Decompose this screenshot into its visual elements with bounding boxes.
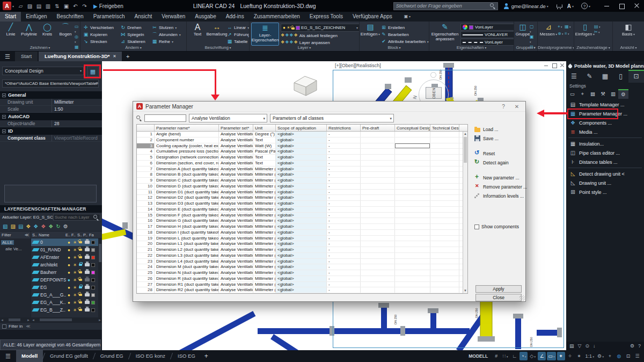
viewport-close-icon[interactable]	[559, 62, 565, 68]
sun-icon[interactable]: ☀	[72, 285, 78, 290]
color-swatch[interactable]	[91, 271, 95, 274]
restore-button[interactable]	[614, 0, 629, 12]
section-general[interactable]: General	[0, 91, 102, 99]
model-space-label[interactable]: MODELL	[465, 353, 492, 359]
quick-properties-icon[interactable]: ◍	[615, 352, 623, 360]
help-icon[interactable]: ?	[581, 3, 588, 9]
parameter-row[interactable]: 4Cumulative pressure loss (section part)…	[137, 149, 467, 155]
new-group-icon[interactable]: ▨	[10, 222, 15, 231]
layout-tab-grund-eg[interactable]: Grund EG	[95, 350, 129, 362]
detect-again-button[interactable]: Detect again	[474, 158, 525, 166]
components-item[interactable]: ❖Components ...	[566, 118, 644, 127]
filter-invert-checkbox[interactable]	[2, 324, 6, 329]
user-account[interactable]: gme@linear.de	[511, 3, 546, 9]
dialog-close-icon[interactable]: ✕	[511, 104, 522, 110]
verschieben-button[interactable]: ✛Verschieben	[83, 24, 116, 31]
parameter-row[interactable]: 10Dimension D (duct quantity takeoff)Ana…	[137, 184, 467, 190]
parameter-row[interactable]: 16Dimension G (duct quantity takeoff)Ana…	[137, 218, 467, 224]
document-tab-icon[interactable]: ▯	[613, 70, 628, 83]
store-cart-icon[interactable]	[556, 4, 562, 9]
annotation-autoscale-icon[interactable]: ✧	[566, 352, 574, 360]
parameter-row[interactable]: 26Dimension R (duct quantity takeoff)Ana…	[137, 276, 467, 282]
calculator-icon[interactable]: ▦	[565, 24, 571, 30]
menu-tab-ausgabe[interactable]: Ausgabe	[190, 12, 221, 21]
group-label-layer[interactable]: Layer	[250, 45, 359, 51]
remove-parameter-button[interactable]: Remove parameter ...	[474, 183, 525, 191]
save-button[interactable]: Save ...	[474, 134, 525, 142]
file-tab-document[interactable]: Lueftung Konstruktion-3D* ✕	[39, 52, 122, 61]
filter-hscrollbar[interactable]: ◄►	[0, 317, 31, 322]
menu-tab-icon[interactable]: ☰	[566, 70, 582, 83]
parameter-row[interactable]: 7Dimension A (duct quantity takeoff)Anal…	[137, 166, 467, 172]
lock-icon[interactable]	[79, 271, 82, 273]
annotation-scale-icon[interactable]: ✶	[575, 352, 583, 360]
printer-icon[interactable]	[85, 293, 90, 296]
cut-clip-icon[interactable]: ✂	[594, 30, 600, 34]
filter-tree-root[interactable]: ALLE	[1, 240, 30, 245]
view-cube-top-face[interactable]: OBEN	[426, 87, 442, 99]
app-logo[interactable]: A	[3, 2, 11, 10]
layout-tab-modell[interactable]: Modell	[16, 350, 43, 362]
wrench-tool-icon[interactable]: ⚒	[598, 89, 608, 99]
bearbeiten-button[interactable]: ✎Bearbeiten	[381, 31, 429, 38]
menu-tab-ansicht[interactable]: Ansicht	[130, 12, 157, 21]
object-snap-tracking-icon[interactable]: ∠	[538, 352, 546, 360]
sun-icon[interactable]: ☀	[72, 308, 78, 313]
lock-icon[interactable]	[79, 309, 82, 311]
menu-tab-beschriften[interactable]: Beschriften	[52, 12, 89, 21]
color-swatch[interactable]	[91, 308, 95, 312]
help-search-box[interactable]	[393, 2, 498, 10]
parameter-row[interactable]: 22Dimension L3 (duct quantity takeoff)An…	[137, 253, 467, 259]
viewport-controls-label[interactable]: [+][Oben][Realistisch]	[335, 63, 381, 68]
text-button[interactable]: A Text	[188, 23, 207, 45]
parameter-row[interactable]: 13Dimension D3 (duct quantity takeoff)An…	[137, 201, 467, 207]
layer-properties-button[interactable]: ≣ Layer- Eigenschaften	[251, 23, 279, 46]
save-as-icon[interactable]: ▥	[44, 3, 52, 9]
menu-tab-start[interactable]: Start	[0, 12, 21, 21]
erstellen-button[interactable]: ⊞Erstellen	[381, 24, 429, 31]
pin-footer-icon[interactable]: ⊙	[585, 343, 589, 349]
viewport-restore-icon[interactable]	[551, 62, 557, 68]
layer-tool-icon[interactable]: ❖	[294, 40, 298, 45]
id-point-icon[interactable]: ⊕	[558, 31, 564, 37]
dialog-help-icon[interactable]: ?	[498, 104, 509, 110]
sun-icon[interactable]: ☀	[72, 240, 78, 245]
parameter-row[interactable]: 25Dimension N (duct quantity takeoff)Ana…	[137, 270, 467, 276]
new-file-icon[interactable]: ▱	[17, 3, 25, 9]
paste-button[interactable]: ▯ Einfügen	[576, 23, 594, 37]
layer-on-icon[interactable]: ❖	[26, 222, 31, 231]
lock-icon[interactable]	[79, 264, 82, 266]
parameter-row[interactable]: 11Dimension D1 (duct quantity takeoff)An…	[137, 190, 467, 196]
printer-icon[interactable]	[85, 256, 90, 259]
annotation-visibility-icon[interactable]: ✦	[557, 352, 565, 360]
design-phase-combo[interactable]: Conceptual Design	[2, 67, 84, 75]
grid-icon[interactable]: #	[492, 352, 500, 360]
calculator-tab-icon[interactable]: ▦	[597, 70, 613, 83]
lock-icon[interactable]	[79, 301, 82, 303]
layer-merge-icon[interactable]: ❖	[48, 222, 53, 231]
new-drawing-tab-icon[interactable]: +	[123, 52, 133, 61]
print-icon[interactable]: ▣	[62, 3, 70, 9]
gear-footer-icon[interactable]: ⚙	[630, 343, 634, 349]
lock-icon[interactable]	[79, 294, 82, 296]
lock-icon[interactable]	[79, 249, 82, 251]
attribute-bearbeiten-button[interactable]: ✔Attribute bearbeiten	[381, 38, 429, 45]
parameter-row[interactable]: 5Designation (network connection)Analyse…	[137, 155, 467, 161]
autodesk-app-icon[interactable]: A	[567, 3, 571, 9]
show-components-row[interactable]: Show components	[474, 224, 519, 229]
parameter-row[interactable]: 20Dimension L1 (duct quantity takeoff)An…	[137, 241, 467, 247]
close-dialog-button[interactable]: Close	[475, 294, 522, 301]
clean-screen-icon[interactable]: ⊡	[624, 352, 632, 360]
search-icon[interactable]	[490, 3, 495, 9]
printer-icon[interactable]	[85, 241, 90, 244]
parameter-row[interactable]: 23Dimension L4 (duct quantity takeoff)An…	[137, 259, 467, 265]
list-icon[interactable]: ≡	[565, 31, 571, 37]
sun-icon[interactable]: ☀	[72, 255, 78, 260]
new-layout-tab-icon[interactable]: +	[201, 350, 212, 362]
template-manager-item[interactable]: ▤Template Manager ...	[566, 100, 644, 109]
edit-tab-icon[interactable]: ✎	[582, 70, 597, 83]
file-tab-start[interactable]: Start	[15, 52, 38, 61]
open-file-icon[interactable]: ▨	[26, 3, 34, 9]
layer-tool-icon[interactable]: ❖	[285, 33, 289, 38]
dimension-button[interactable]: ↔ Bemaßung	[208, 23, 226, 45]
